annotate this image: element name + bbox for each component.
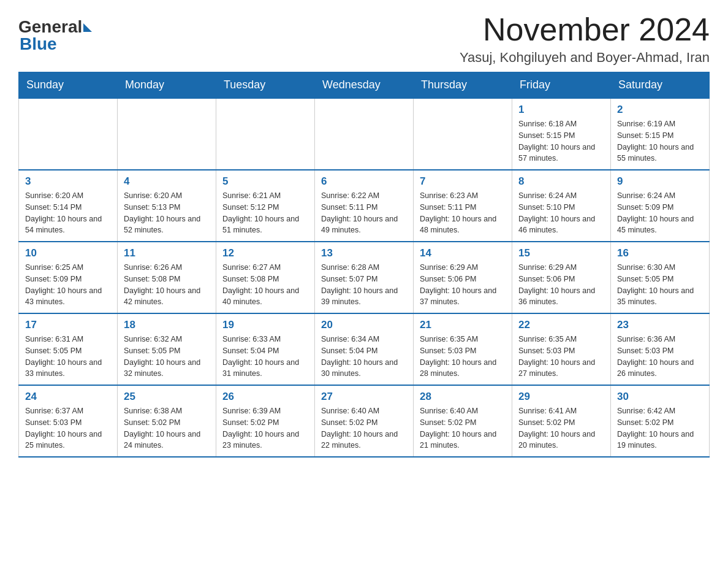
day-number: 20 bbox=[321, 319, 407, 331]
table-row: 9Sunrise: 6:24 AMSunset: 5:09 PMDaylight… bbox=[611, 170, 710, 242]
day-info: Sunrise: 6:24 AMSunset: 5:10 PMDaylight:… bbox=[518, 190, 604, 236]
table-row: 7Sunrise: 6:23 AMSunset: 5:11 PMDaylight… bbox=[414, 170, 512, 242]
day-info: Sunrise: 6:20 AMSunset: 5:13 PMDaylight:… bbox=[124, 190, 210, 236]
header-monday: Monday bbox=[118, 72, 216, 99]
table-row: 17Sunrise: 6:31 AMSunset: 5:05 PMDayligh… bbox=[19, 313, 118, 385]
table-row: 15Sunrise: 6:29 AMSunset: 5:06 PMDayligh… bbox=[512, 242, 611, 313]
day-number: 8 bbox=[518, 175, 604, 188]
day-number: 15 bbox=[518, 247, 604, 259]
day-info: Sunrise: 6:21 AMSunset: 5:12 PMDaylight:… bbox=[222, 190, 308, 236]
table-row: 18Sunrise: 6:32 AMSunset: 5:05 PMDayligh… bbox=[118, 313, 216, 385]
day-number: 3 bbox=[25, 175, 111, 188]
day-info: Sunrise: 6:25 AMSunset: 5:09 PMDaylight:… bbox=[25, 262, 111, 308]
table-row: 14Sunrise: 6:29 AMSunset: 5:06 PMDayligh… bbox=[414, 242, 512, 313]
table-row: 4Sunrise: 6:20 AMSunset: 5:13 PMDaylight… bbox=[118, 170, 216, 242]
day-number: 26 bbox=[222, 391, 308, 403]
day-number: 28 bbox=[420, 391, 506, 403]
day-number: 1 bbox=[518, 104, 604, 116]
day-number: 27 bbox=[321, 391, 407, 403]
table-row: 25Sunrise: 6:38 AMSunset: 5:02 PMDayligh… bbox=[118, 385, 216, 457]
day-number: 22 bbox=[518, 319, 604, 331]
day-number: 9 bbox=[617, 175, 703, 188]
day-info: Sunrise: 6:24 AMSunset: 5:09 PMDaylight:… bbox=[617, 190, 703, 236]
day-info: Sunrise: 6:34 AMSunset: 5:04 PMDaylight:… bbox=[321, 334, 407, 380]
day-number: 17 bbox=[25, 319, 111, 331]
day-number: 23 bbox=[617, 319, 703, 331]
logo-general-text: General bbox=[18, 18, 82, 36]
table-row: 19Sunrise: 6:33 AMSunset: 5:04 PMDayligh… bbox=[216, 313, 315, 385]
day-number: 6 bbox=[321, 175, 407, 188]
day-info: Sunrise: 6:30 AMSunset: 5:05 PMDaylight:… bbox=[617, 262, 703, 308]
header-thursday: Thursday bbox=[414, 72, 512, 99]
day-number: 4 bbox=[124, 175, 210, 188]
calendar-table: Sunday Monday Tuesday Wednesday Thursday… bbox=[18, 72, 710, 458]
day-number: 24 bbox=[25, 391, 111, 403]
location-subtitle: Yasuj, Kohgiluyeh and Boyer-Ahmad, Iran bbox=[460, 50, 710, 66]
calendar-week-row: 1Sunrise: 6:18 AMSunset: 5:15 PMDaylight… bbox=[19, 98, 710, 170]
calendar-week-row: 3Sunrise: 6:20 AMSunset: 5:14 PMDaylight… bbox=[19, 170, 710, 242]
day-number: 18 bbox=[124, 319, 210, 331]
day-info: Sunrise: 6:27 AMSunset: 5:08 PMDaylight:… bbox=[222, 262, 308, 308]
header-friday: Friday bbox=[512, 72, 611, 99]
month-year-title: November 2024 bbox=[460, 12, 710, 47]
header-sunday: Sunday bbox=[19, 72, 118, 99]
table-row bbox=[216, 98, 315, 170]
table-row: 1Sunrise: 6:18 AMSunset: 5:15 PMDaylight… bbox=[512, 98, 611, 170]
table-row: 10Sunrise: 6:25 AMSunset: 5:09 PMDayligh… bbox=[19, 242, 118, 313]
page-header: General Blue November 2024 Yasuj, Kohgil… bbox=[18, 12, 710, 66]
day-info: Sunrise: 6:22 AMSunset: 5:11 PMDaylight:… bbox=[321, 190, 407, 236]
table-row bbox=[118, 98, 216, 170]
day-info: Sunrise: 6:19 AMSunset: 5:15 PMDaylight:… bbox=[617, 118, 703, 164]
table-row: 6Sunrise: 6:22 AMSunset: 5:11 PMDaylight… bbox=[315, 170, 414, 242]
calendar-header-row: Sunday Monday Tuesday Wednesday Thursday… bbox=[19, 72, 710, 99]
day-number: 7 bbox=[420, 175, 506, 188]
header-tuesday: Tuesday bbox=[216, 72, 315, 99]
day-number: 19 bbox=[222, 319, 308, 331]
table-row: 2Sunrise: 6:19 AMSunset: 5:15 PMDaylight… bbox=[611, 98, 710, 170]
logo-triangle-icon bbox=[83, 23, 92, 32]
header-saturday: Saturday bbox=[611, 72, 710, 99]
table-row bbox=[19, 98, 118, 170]
day-number: 11 bbox=[124, 247, 210, 259]
day-info: Sunrise: 6:23 AMSunset: 5:11 PMDaylight:… bbox=[420, 190, 506, 236]
header-wednesday: Wednesday bbox=[315, 72, 414, 99]
table-row: 30Sunrise: 6:42 AMSunset: 5:02 PMDayligh… bbox=[611, 385, 710, 457]
table-row: 22Sunrise: 6:35 AMSunset: 5:03 PMDayligh… bbox=[512, 313, 611, 385]
day-number: 2 bbox=[617, 104, 703, 116]
table-row bbox=[414, 98, 512, 170]
day-number: 10 bbox=[25, 247, 111, 259]
calendar-week-row: 24Sunrise: 6:37 AMSunset: 5:03 PMDayligh… bbox=[19, 385, 710, 457]
table-row: 8Sunrise: 6:24 AMSunset: 5:10 PMDaylight… bbox=[512, 170, 611, 242]
day-info: Sunrise: 6:37 AMSunset: 5:03 PMDaylight:… bbox=[25, 405, 111, 451]
table-row: 3Sunrise: 6:20 AMSunset: 5:14 PMDaylight… bbox=[19, 170, 118, 242]
table-row: 29Sunrise: 6:41 AMSunset: 5:02 PMDayligh… bbox=[512, 385, 611, 457]
table-row: 16Sunrise: 6:30 AMSunset: 5:05 PMDayligh… bbox=[611, 242, 710, 313]
day-info: Sunrise: 6:39 AMSunset: 5:02 PMDaylight:… bbox=[222, 405, 308, 451]
day-info: Sunrise: 6:33 AMSunset: 5:04 PMDaylight:… bbox=[222, 334, 308, 380]
day-info: Sunrise: 6:32 AMSunset: 5:05 PMDaylight:… bbox=[124, 334, 210, 380]
day-info: Sunrise: 6:40 AMSunset: 5:02 PMDaylight:… bbox=[420, 405, 506, 451]
logo: General Blue bbox=[18, 18, 92, 53]
day-info: Sunrise: 6:20 AMSunset: 5:14 PMDaylight:… bbox=[25, 190, 111, 236]
day-number: 5 bbox=[222, 175, 308, 188]
day-number: 30 bbox=[617, 391, 703, 403]
day-info: Sunrise: 6:35 AMSunset: 5:03 PMDaylight:… bbox=[420, 334, 506, 380]
table-row: 23Sunrise: 6:36 AMSunset: 5:03 PMDayligh… bbox=[611, 313, 710, 385]
day-info: Sunrise: 6:26 AMSunset: 5:08 PMDaylight:… bbox=[124, 262, 210, 308]
table-row: 26Sunrise: 6:39 AMSunset: 5:02 PMDayligh… bbox=[216, 385, 315, 457]
day-number: 21 bbox=[420, 319, 506, 331]
day-info: Sunrise: 6:36 AMSunset: 5:03 PMDaylight:… bbox=[617, 334, 703, 380]
day-info: Sunrise: 6:29 AMSunset: 5:06 PMDaylight:… bbox=[420, 262, 506, 308]
table-row: 27Sunrise: 6:40 AMSunset: 5:02 PMDayligh… bbox=[315, 385, 414, 457]
day-info: Sunrise: 6:40 AMSunset: 5:02 PMDaylight:… bbox=[321, 405, 407, 451]
day-number: 29 bbox=[518, 391, 604, 403]
calendar-week-row: 17Sunrise: 6:31 AMSunset: 5:05 PMDayligh… bbox=[19, 313, 710, 385]
day-info: Sunrise: 6:18 AMSunset: 5:15 PMDaylight:… bbox=[518, 118, 604, 164]
day-number: 14 bbox=[420, 247, 506, 259]
table-row: 12Sunrise: 6:27 AMSunset: 5:08 PMDayligh… bbox=[216, 242, 315, 313]
calendar-week-row: 10Sunrise: 6:25 AMSunset: 5:09 PMDayligh… bbox=[19, 242, 710, 313]
table-row: 11Sunrise: 6:26 AMSunset: 5:08 PMDayligh… bbox=[118, 242, 216, 313]
day-number: 16 bbox=[617, 247, 703, 259]
day-info: Sunrise: 6:38 AMSunset: 5:02 PMDaylight:… bbox=[124, 405, 210, 451]
table-row bbox=[315, 98, 414, 170]
